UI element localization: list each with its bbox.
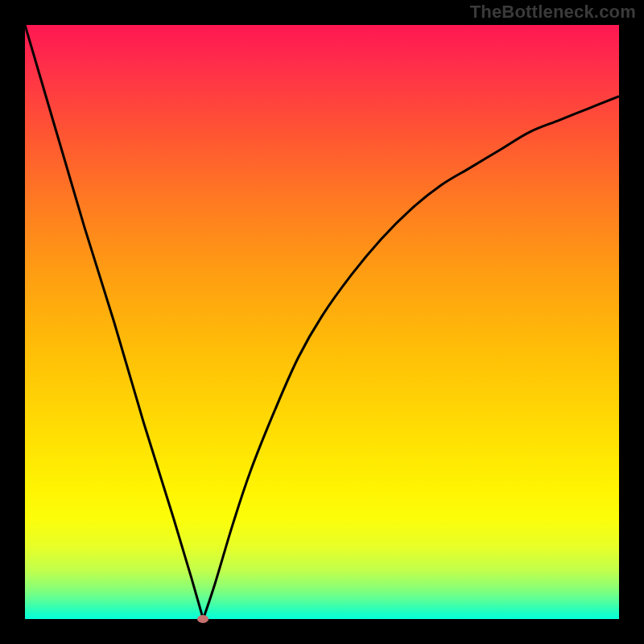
curve-path-left — [25, 25, 203, 619]
curve-path-right — [203, 97, 619, 619]
plot-area — [25, 25, 619, 619]
minimum-marker — [197, 615, 208, 623]
watermark-text: TheBottleneck.com — [470, 2, 636, 23]
curve-svg — [25, 25, 619, 619]
chart-frame: TheBottleneck.com — [0, 0, 644, 644]
